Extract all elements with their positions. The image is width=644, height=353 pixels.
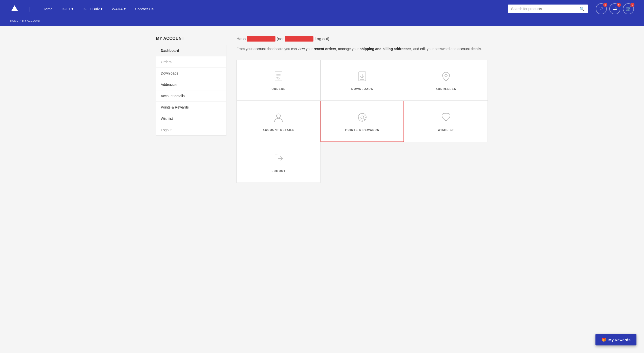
chevron-down-icon: ▾	[124, 7, 126, 11]
sidebar-item-wishlist[interactable]: Wishlist	[156, 113, 226, 124]
card-wishlist[interactable]: WISHLIST	[404, 101, 488, 142]
card-addresses-label: ADDRESSES	[436, 87, 456, 90]
username-redacted: ██████████	[247, 36, 275, 42]
wishlist-badge: 0	[603, 3, 607, 7]
sidebar-item-downloads[interactable]: Downloads	[156, 68, 226, 79]
sidebar: MY ACCOUNT Dashboard Orders Downloads Ad…	[156, 36, 226, 183]
points-rewards-icon	[356, 111, 368, 125]
card-downloads[interactable]: DOWNLOADS	[320, 60, 404, 101]
search-box[interactable]: 🔍	[508, 5, 588, 13]
search-icon: 🔍	[580, 7, 585, 11]
dashboard-cards: ORDERS DOWNLOADS	[236, 60, 488, 183]
wishlist-button[interactable]: ♡ 0	[596, 3, 607, 14]
chevron-down-icon: ▾	[101, 7, 103, 11]
nav-home[interactable]: Home	[38, 0, 57, 18]
sidebar-menu: Dashboard Orders Downloads Addresses Acc…	[156, 45, 226, 136]
account-content: Hello ██████████ (not ██████████ Log out…	[236, 36, 488, 183]
sidebar-item-account-details[interactable]: Account details	[156, 90, 226, 102]
site-logo[interactable]	[10, 4, 19, 13]
card-orders[interactable]: ORDERS	[237, 60, 320, 101]
card-account-details-label: ACCOUNT DETAILS	[263, 128, 295, 131]
card-logout-label: LOGOUT	[271, 169, 286, 172]
cart-badge: 2	[630, 3, 634, 7]
card-points-rewards[interactable]: POINTS & REWARDS	[320, 101, 404, 142]
header: | Home IGET ▾ IGET Bulk ▾ WAKA ▾ Contact…	[0, 0, 644, 18]
addresses-icon	[440, 70, 452, 84]
svg-line-18	[364, 115, 365, 115]
card-logout[interactable]: LOGOUT	[237, 142, 320, 183]
description-text: From your account dashboard you can view…	[236, 46, 488, 52]
not-text: (not	[277, 37, 284, 41]
card-addresses[interactable]: ADDRESSES	[404, 60, 488, 101]
nav-contact-us[interactable]: Contact Us	[130, 0, 158, 18]
chevron-down-icon: ▾	[71, 7, 73, 11]
breadcrumb-current: MY ACCOUNT	[22, 19, 41, 22]
sidebar-item-dashboard[interactable]: Dashboard	[156, 45, 226, 56]
nav-iget[interactable]: IGET ▾	[57, 0, 78, 18]
compare-badge: 0	[617, 3, 621, 7]
sidebar-item-addresses[interactable]: Addresses	[156, 79, 226, 90]
card-account-details[interactable]: ACCOUNT DETAILS	[237, 101, 320, 142]
card-orders-label: ORDERS	[271, 87, 286, 90]
heart-icon: ♡	[599, 6, 603, 12]
svg-point-8	[445, 74, 447, 77]
header-icons: ♡ 0 ⇄ 0 🛒 2	[596, 3, 634, 14]
wishlist-icon	[440, 111, 452, 125]
svg-point-11	[361, 116, 364, 119]
svg-point-10	[358, 113, 366, 121]
svg-line-17	[364, 119, 365, 120]
logout-icon	[272, 152, 285, 166]
cart-icon: 🛒	[626, 6, 631, 12]
card-wishlist-label: WISHLIST	[438, 128, 454, 131]
breadcrumb-bar: HOME / MY ACCOUNT	[0, 18, 644, 26]
nav-divider: |	[29, 0, 30, 18]
svg-point-9	[276, 114, 280, 118]
other-username-redacted: ██████████	[285, 36, 313, 42]
orders-icon	[272, 70, 285, 84]
cart-button[interactable]: 🛒 2	[623, 3, 634, 14]
main-nav: Home IGET ▾ IGET Bulk ▾ WAKA ▾ Contact U…	[38, 0, 500, 18]
svg-line-19	[359, 119, 360, 120]
compare-icon: ⇄	[613, 6, 617, 12]
hello-prefix: Hello	[236, 37, 246, 41]
search-input[interactable]	[511, 7, 578, 11]
sidebar-item-logout[interactable]: Logout	[156, 124, 226, 135]
card-downloads-label: DOWNLOADS	[351, 87, 373, 90]
downloads-icon	[356, 70, 368, 84]
sidebar-title: MY ACCOUNT	[156, 36, 226, 41]
card-points-rewards-label: POINTS & REWARDS	[345, 128, 379, 131]
breadcrumb: HOME / MY ACCOUNT	[10, 19, 634, 22]
main-content: MY ACCOUNT Dashboard Orders Downloads Ad…	[146, 36, 498, 183]
breadcrumb-separator: /	[20, 19, 21, 22]
svg-line-16	[359, 115, 360, 115]
svg-marker-0	[11, 5, 18, 11]
breadcrumb-home[interactable]: HOME	[10, 19, 18, 22]
nav-iget-bulk[interactable]: IGET Bulk ▾	[78, 0, 107, 18]
compare-button[interactable]: ⇄ 0	[609, 3, 620, 14]
nav-waka[interactable]: WAKA ▾	[107, 0, 130, 18]
hello-text: Hello ██████████ (not ██████████ Log out…	[236, 36, 488, 42]
svg-rect-1	[275, 72, 282, 81]
logout-link[interactable]: Log out)	[314, 37, 329, 41]
account-details-icon	[272, 111, 285, 125]
sidebar-item-orders[interactable]: Orders	[156, 56, 226, 68]
sidebar-item-points-rewards[interactable]: Points & Rewards	[156, 102, 226, 113]
